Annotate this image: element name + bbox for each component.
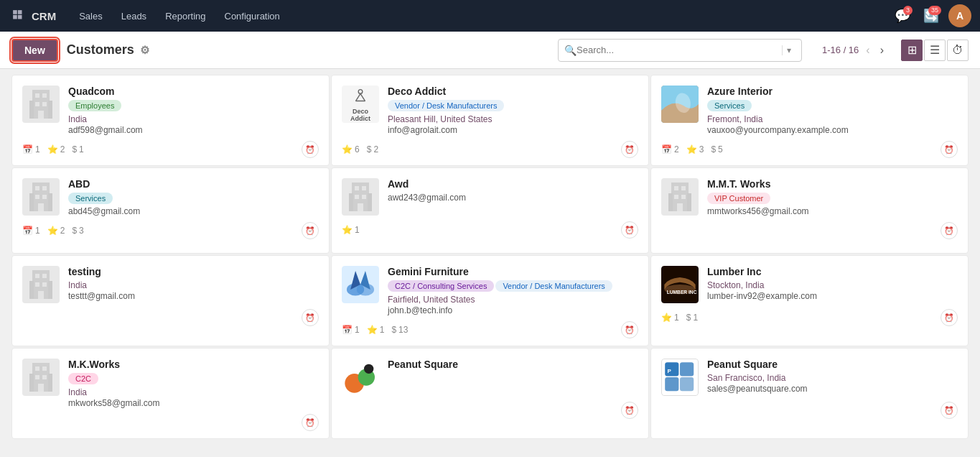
card-location: India (68, 280, 319, 290)
card-tag: Employees (68, 100, 121, 111)
card-header: Peanut Square (342, 359, 638, 396)
stat-calendar: 📅1 (22, 144, 40, 154)
card-footer: ⏰ (22, 414, 319, 431)
card-item[interactable]: Quadcom Employees India adf598@gmail.com… (11, 75, 330, 166)
list-view-btn[interactable]: ☰ (924, 40, 946, 61)
pagination-prev[interactable]: ‹ (863, 42, 872, 58)
schedule-button[interactable]: ⏰ (302, 141, 319, 158)
stat-star: ⭐6 (342, 144, 360, 154)
card-tags: C2C (68, 373, 319, 386)
card-email: john.b@tech.info (388, 305, 638, 315)
svg-text:LUMBER INC: LUMBER INC (667, 290, 697, 295)
card-item[interactable]: Peanut Square ⏰ (331, 348, 649, 439)
schedule-button[interactable]: ⏰ (302, 414, 319, 431)
card-item[interactable]: Azure Interior Services Fremont, India v… (650, 75, 969, 166)
page-title-text: Customers (67, 42, 134, 57)
card-location: Stockton, India (707, 280, 958, 290)
svg-rect-63 (38, 384, 44, 392)
card-item[interactable]: M.M.T. Works VIP Customer mmtworks456@gm… (650, 167, 969, 254)
svg-rect-8 (42, 93, 47, 98)
schedule-button[interactable]: ⏰ (302, 222, 319, 239)
clock-view-btn[interactable]: ⏱ (947, 40, 969, 61)
schedule-button[interactable]: ⏰ (621, 321, 638, 338)
nav-leads[interactable]: Leads (113, 6, 155, 26)
schedule-button[interactable]: ⏰ (941, 402, 958, 419)
card-email: adf598@gmail.com (68, 125, 319, 135)
schedule-button[interactable]: ⏰ (941, 222, 958, 239)
card-item[interactable]: M.K.Works C2C India mkworks58@gmail.com … (11, 348, 330, 439)
search-input[interactable] (577, 45, 779, 55)
svg-rect-9 (35, 102, 39, 106)
card-tags: Employees (68, 100, 319, 113)
stat-star: ⭐2 (47, 226, 65, 236)
svg-rect-27 (349, 193, 353, 211)
search-dropdown-btn[interactable]: ▾ (782, 45, 795, 55)
pagination: 1-16 / 16 ‹ › (822, 42, 887, 58)
card-logo: DecoAddict (342, 86, 379, 123)
svg-rect-44 (48, 281, 52, 299)
svg-rect-58 (48, 374, 52, 392)
nav-configuration[interactable]: Configuration (216, 6, 289, 26)
svg-rect-10 (42, 102, 47, 106)
user-avatar[interactable]: A (948, 4, 971, 27)
card-item[interactable]: testing India testtt@gmail.com ⏰ (11, 255, 330, 346)
card-footer: ⭐1$1 ⏰ (661, 309, 958, 326)
search-bar[interactable]: 🔍 ▾ (558, 39, 802, 62)
view-buttons: ⊞ ☰ ⏱ (901, 40, 969, 61)
svg-text:P: P (667, 368, 671, 374)
card-name: M.K.Works (68, 359, 319, 370)
card-info: M.M.T. Works VIP Customer mmtworks456@gm… (707, 178, 958, 216)
schedule-button[interactable]: ⏰ (621, 402, 638, 419)
card-email: awd243@gmail.com (388, 193, 638, 203)
svg-rect-23 (35, 195, 39, 199)
svg-rect-7 (35, 93, 39, 98)
schedule-button[interactable]: ⏰ (302, 309, 319, 326)
svg-rect-36 (687, 193, 691, 211)
nav-reporting[interactable]: Reporting (157, 6, 214, 26)
grid-menu-icon[interactable] (9, 6, 29, 26)
card-footer: ⏰ (342, 402, 638, 419)
content-area: Quadcom Employees India adf598@gmail.com… (0, 69, 980, 457)
card-item[interactable]: Awd awd243@gmail.com ⭐1 ⏰ (331, 167, 649, 254)
svg-rect-31 (355, 195, 359, 199)
schedule-button[interactable]: ⏰ (621, 221, 638, 239)
card-info: testing India testtt@gmail.com (68, 266, 319, 301)
card-email: mkworks58@gmail.com (68, 398, 319, 408)
schedule-button[interactable]: ⏰ (941, 141, 958, 158)
svg-rect-28 (368, 193, 372, 211)
nav-sales[interactable]: Sales (70, 6, 111, 26)
card-tags: C2C / Consulting ServicesVendor / Desk M… (388, 280, 638, 293)
settings-icon[interactable]: ⚙ (140, 44, 149, 57)
pagination-next[interactable]: › (877, 42, 887, 58)
svg-rect-45 (35, 274, 39, 278)
card-name: Quadcom (68, 86, 319, 97)
card-location: Fairfield, United States (388, 295, 638, 305)
card-item[interactable]: ABD Services abd45@gmail.com 📅1⭐2$3 ⏰ (11, 167, 330, 254)
card-header: Awd awd243@gmail.com (342, 178, 638, 216)
svg-rect-5 (29, 101, 34, 119)
card-footer: 📅1⭐2$1 ⏰ (22, 141, 319, 158)
card-info: Lumber Inc Stockton, India lumber-inv92@… (707, 266, 958, 301)
toolbar: New Customers ⚙ 🔍 ▾ 1-16 / 16 ‹ › ⊞ ☰ ⏱ (0, 32, 980, 69)
chat-icon-btn[interactable]: 💬 3 (891, 4, 914, 27)
stat-star: ⭐3 (686, 144, 704, 154)
card-item[interactable]: DecoAddict Deco Addict Vendor / Desk Man… (331, 75, 649, 166)
svg-rect-35 (668, 193, 673, 211)
stat-dollar: $13 (391, 325, 408, 335)
new-button[interactable]: New (11, 39, 58, 62)
card-name: ABD (68, 178, 319, 190)
card-tag: Services (707, 100, 752, 111)
card-name: Azure Interior (707, 86, 958, 97)
refresh-icon-btn[interactable]: 🔄 35 (920, 4, 943, 27)
schedule-button[interactable]: ⏰ (941, 309, 958, 326)
card-name: Awd (388, 178, 638, 190)
kanban-view-btn[interactable]: ⊞ (901, 40, 923, 61)
svg-rect-39 (674, 195, 678, 199)
card-item[interactable]: P Peanut Square San Francisco, India sal… (650, 348, 969, 439)
card-logo (661, 86, 699, 123)
card-header: Azure Interior Services Fremont, India v… (661, 86, 958, 135)
schedule-button[interactable]: ⏰ (621, 141, 638, 158)
card-item[interactable]: LUMBER INC Lumber Inc Stockton, India lu… (650, 255, 969, 346)
card-item[interactable]: Gemini Furniture C2C / Consulting Servic… (331, 255, 649, 346)
card-location: Pleasant Hill, United States (388, 114, 638, 124)
